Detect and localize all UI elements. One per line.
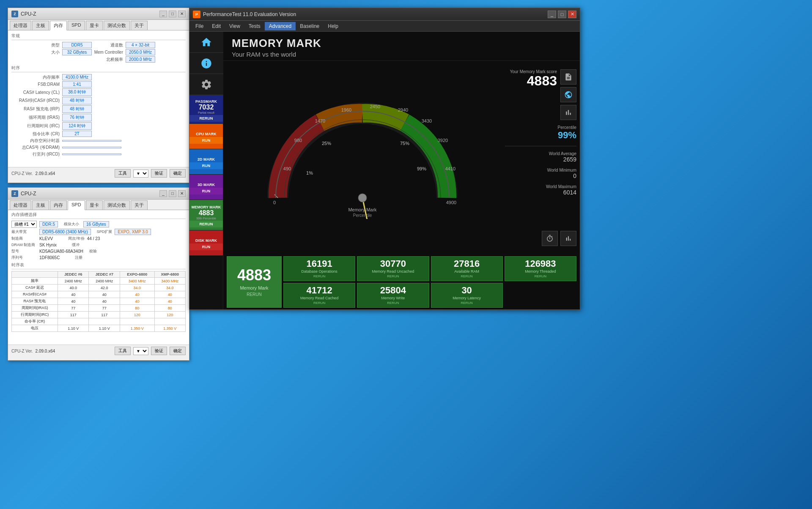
pt-memory-sub-card: 126983Memory ThreadedRERUN (505, 256, 576, 281)
pt-memmark-btn[interactable]: RERUN (189, 221, 223, 227)
sub-card-rerun-btn[interactable]: RERUN (461, 274, 472, 278)
pt-home-btn[interactable] (189, 32, 223, 53)
pt-icon-chart[interactable] (560, 105, 576, 120)
cpuz1-maximize[interactable]: □ (169, 11, 176, 17)
sub-card-rerun-btn[interactable]: RERUN (387, 274, 399, 278)
cpuz2-slot-select[interactable]: 插槽 #1 (11, 221, 37, 228)
pt-memmark-top: MEMORY MARK 4883 99th Percentile (189, 203, 223, 221)
cpuz1-tool-dropdown[interactable]: ▼ (133, 170, 148, 178)
timing-row-label: 频率 (12, 278, 58, 285)
cpuz2-serial-row: 序列号 1DF8065C 注册 (11, 255, 186, 260)
cpuz1-tab-gpu[interactable]: 显卡 (86, 21, 103, 30)
gauge-label-2450: 2450 (370, 104, 380, 109)
col-header-4: XMP-6800 (154, 271, 185, 278)
gauge-label-4900: 4900 (446, 200, 456, 205)
pt-bench-3dmark[interactable]: 3D MARK RUN (189, 175, 223, 200)
pt-cpumark-btn[interactable]: RUN (189, 137, 223, 144)
cpuz1-tab-spd[interactable]: SPD (68, 21, 85, 30)
cpuz1-tab-about[interactable]: 关于 (131, 21, 148, 30)
pt-icon-timer[interactable] (542, 231, 558, 246)
pt-menu-tests[interactable]: Tests (244, 22, 265, 30)
cpuz2-close[interactable]: ✕ (178, 190, 186, 197)
sub-card-rerun-btn[interactable]: RERUN (313, 301, 325, 305)
pt-minimize[interactable]: _ (548, 11, 556, 18)
pt-menu-view[interactable]: View (225, 22, 244, 30)
pt-settings-btn[interactable] (189, 74, 223, 95)
pt-menu-baseline[interactable]: Baseline (296, 22, 324, 30)
pt-cpumark-label: CPU MARK (191, 132, 221, 136)
timing-row-label: 电压 (12, 325, 58, 332)
cpuz1-nb-row: 北桥频率 2000.0 MHz (11, 56, 186, 63)
cpuz1-tool-btn[interactable]: 工具 (115, 169, 131, 178)
cpuz1-trcrd-row: 行至列 (tRCD) (11, 151, 186, 157)
cpuz1-minimize[interactable]: _ (159, 11, 167, 17)
timing-row-label: RAS# 预充电 (12, 298, 58, 305)
cpuz1-content: 常规 类型 DDR5 通道数 4 × 32-bit 大小 32 GBytes M… (8, 30, 189, 167)
cpuz1-size-value: 32 GBytes (62, 49, 92, 55)
pt-bench-diskmark[interactable]: DISK MARK RUN (189, 230, 223, 256)
pt-menu-advanced[interactable]: Advanced (265, 22, 296, 30)
cpuz1-tab-scores[interactable]: 测试分数 (104, 21, 130, 30)
pt-2dmark-btn[interactable]: RUN (189, 162, 223, 169)
pt-close[interactable]: ✕ (568, 11, 576, 18)
cpuz2-confirm-btn[interactable]: 确定 (170, 347, 186, 355)
cpuz1-confirm-btn[interactable]: 确定 (170, 169, 186, 178)
cpuz1-trp-label: RAS# 预充电 (tRP) (11, 106, 62, 112)
cpuz2-tool-btn[interactable]: 工具 (115, 347, 131, 355)
col-header-1: JEDEC #6 (58, 271, 89, 278)
pt-bench-2dmark[interactable]: 2D MARK RUN (189, 149, 223, 175)
pt-3dmark-btn[interactable]: RUN (189, 188, 223, 194)
pt-maximize[interactable]: □ (558, 11, 566, 18)
pt-bench-passmark[interactable]: PASSMARK 7032 Partial result RERUN (189, 95, 223, 124)
cpuz2-tab-about[interactable]: 关于 (131, 200, 148, 210)
pt-menu-edit[interactable]: Edit (208, 22, 225, 30)
pt-diskmark-btn[interactable]: RUN (189, 244, 223, 250)
cpuz1-tab-mem[interactable]: 内存 (50, 21, 67, 30)
cpuz1-tab-mb[interactable]: 主板 (32, 21, 49, 30)
timing-row-val: 77 (89, 305, 120, 312)
pt-icon-globe[interactable] (560, 87, 576, 102)
sub-card-rerun-btn[interactable]: RERUN (535, 274, 546, 278)
cpuz2-tab-scores[interactable]: 测试分数 (104, 200, 130, 210)
cpuz2-tool-dropdown[interactable]: ▼ (133, 347, 148, 355)
cpuz1-tab-cpu[interactable]: 处理器 (10, 21, 31, 30)
cpuz2-tab-spd[interactable]: SPD (68, 200, 85, 210)
cpuz1-close[interactable]: ✕ (178, 11, 186, 17)
cpuz1-verify-btn[interactable]: 验证 (151, 169, 167, 178)
pt-world-min: World Minimum 0 (547, 168, 576, 179)
cpuz2-maker-value: KLEVV (39, 236, 53, 241)
cpuz1-cas-value: 38.0 时钟 (62, 88, 92, 96)
pt-icon-report[interactable] (560, 69, 576, 85)
pt-bench-memmark[interactable]: MEMORY MARK 4883 99th Percentile RERUN (189, 200, 223, 230)
timing-row-val: 34.0 (120, 285, 154, 291)
gauge-pct-99: 99% (417, 166, 426, 171)
pt-memory-main-rerun[interactable]: RERUN (247, 292, 262, 297)
pt-info-btn[interactable] (189, 53, 223, 74)
cpuz2-verify-btn[interactable]: 验证 (151, 347, 167, 355)
pt-menu-help[interactable]: Help (324, 22, 343, 30)
col-header-3: EXPO-6800 (120, 271, 154, 278)
pt-bench-cpumark[interactable]: CPU MARK RUN (189, 124, 223, 149)
cpuz2-tab-mb[interactable]: 主板 (32, 200, 49, 210)
cpuz2-tab-cpu[interactable]: 处理器 (10, 200, 31, 210)
pt-header-title: MEMORY MARK (232, 37, 571, 50)
cpuz1-trcrd-value (62, 153, 121, 155)
timing-row-val: 2400 MHz (58, 278, 89, 285)
cpuz2-minimize[interactable]: _ (159, 190, 167, 197)
pt-passmark-btn[interactable]: RERUN (189, 115, 223, 122)
cpuz2-tab-mem[interactable]: 内存 (50, 200, 67, 210)
cpuz2-week-value: 44 / 23 (87, 236, 100, 241)
pt-icon-bar-chart[interactable] (560, 231, 576, 246)
gauge-pct-25: 25% (322, 141, 331, 146)
pt-score-info: Your Memory Mark score 4883 (510, 69, 557, 88)
timing-row-val: 40 (120, 298, 154, 305)
pt-menu-file[interactable]: File (191, 22, 208, 30)
sub-card-rerun-btn[interactable]: RERUN (461, 301, 472, 305)
cpuz2-maximize[interactable]: □ (169, 190, 176, 197)
cpuz2-tab-gpu[interactable]: 显卡 (86, 200, 103, 210)
timing-row-val: 117 (89, 312, 120, 318)
gauge-label-3430: 3430 (422, 118, 432, 123)
sub-card-rerun-btn[interactable]: RERUN (313, 274, 325, 278)
sub-card-rerun-btn[interactable]: RERUN (387, 301, 399, 305)
cpuz2-maker-label: 制造商 (11, 236, 37, 241)
